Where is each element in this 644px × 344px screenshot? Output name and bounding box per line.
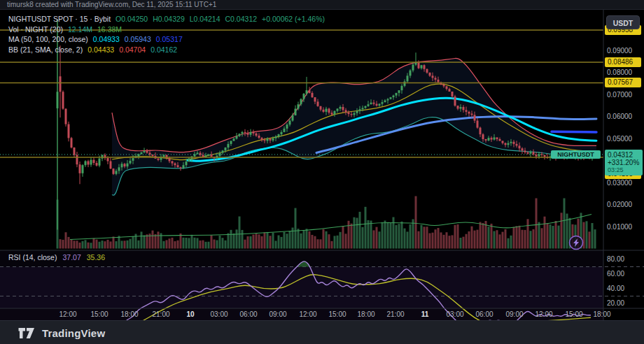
volume-bar [432, 233, 434, 249]
candle-body [222, 150, 224, 152]
volume-bar [258, 234, 260, 248]
volume-bar [152, 231, 154, 249]
volume-bar [177, 241, 179, 249]
volume-bar [558, 226, 560, 249]
ma-legend-row[interactable]: MA (50, 100, 200, close) 0.04933 0.05943… [8, 35, 183, 44]
volume-bar [253, 235, 255, 249]
boost-button[interactable] [570, 236, 583, 250]
volume-bar [59, 239, 62, 248]
candle-body [505, 143, 507, 145]
candle-body [275, 136, 277, 138]
volume-bar [272, 233, 274, 249]
ohlc-low: L0.04214 [190, 15, 220, 24]
volume-bar [295, 208, 297, 249]
volume-bar [284, 232, 286, 249]
candle-body [303, 94, 305, 99]
candle-body [121, 164, 123, 167]
bb-legend-row[interactable]: BB (21, SMA, close, 2) 0.04433 0.04704 0… [8, 45, 177, 55]
last-price-badge: 0.04312 +331.20% 03:25 [605, 150, 643, 175]
candle-body [507, 143, 510, 145]
volume-bar [172, 238, 174, 249]
volume-bar [387, 222, 389, 249]
candle-body [169, 158, 171, 161]
candle-body [115, 171, 118, 173]
candle-body [230, 141, 232, 144]
volume-bar [496, 230, 498, 248]
volume-bar [68, 237, 70, 249]
volume-bar [342, 226, 344, 248]
candle-body [479, 128, 482, 135]
candle-body [485, 139, 487, 141]
volume-bar [426, 227, 428, 248]
volume-bar [530, 231, 532, 248]
candle-body [513, 142, 515, 144]
candle-body [107, 158, 109, 161]
rsi-legend-row[interactable]: RSI (14, close) 37.07 35.36 [8, 253, 105, 261]
bb-title: BB (21, SMA, close, 2) [8, 45, 83, 55]
volume-bar [519, 226, 521, 249]
ma50-value: 0.04933 [93, 35, 120, 44]
volume-bar [583, 222, 585, 249]
volume-bar [552, 226, 554, 249]
volume-ma-value: 16.38M [97, 25, 122, 34]
ma200-line [552, 131, 596, 132]
candle-body [326, 109, 328, 112]
candle-body [460, 107, 462, 109]
symbol-legend-row[interactable]: NIGHTUSDT SPOT · 15 · Bybit O0.04250 H0.… [8, 15, 325, 24]
candle-body [493, 138, 496, 140]
candle-body [225, 148, 227, 150]
candle-body [387, 99, 389, 101]
tradingview-logo-icon[interactable] [18, 327, 35, 339]
candle-body [477, 121, 479, 128]
candle-body [468, 112, 470, 114]
candle-body [239, 134, 241, 136]
candle-body [443, 85, 445, 87]
candle-body [320, 106, 322, 110]
candle-body [379, 104, 381, 106]
candle-body [331, 113, 333, 115]
candle-body [348, 113, 350, 115]
volume-bar [561, 213, 563, 248]
candle-body [407, 76, 409, 81]
candle-body [474, 115, 476, 120]
ma200-value: 0.05317 [156, 35, 183, 44]
volume-bar [334, 236, 336, 248]
candle-body [272, 138, 274, 141]
volume-bar [328, 234, 330, 248]
candle-body [267, 138, 269, 141]
volume-bar [505, 229, 507, 249]
volume-bar [267, 232, 269, 249]
last-price-value: 0.04312 [608, 151, 643, 159]
volume-bar [465, 234, 468, 249]
candle-body [250, 132, 252, 135]
volume-legend-row[interactable]: Vol · NIGHT (20) 12.14M 16.38M [8, 25, 122, 34]
volume-bar [463, 237, 465, 249]
volume-bar [104, 241, 106, 248]
candle-body [292, 115, 294, 121]
volume-bar [239, 217, 241, 249]
candle-body [298, 104, 300, 108]
candle-body [102, 155, 104, 159]
volume-bar [211, 235, 213, 248]
candle-body [132, 158, 134, 161]
volume-bar [278, 236, 280, 249]
candle-body [177, 165, 179, 167]
candle-body [236, 136, 238, 139]
tradingview-wordmark[interactable]: TradingView [42, 327, 105, 339]
candle-body [146, 151, 148, 153]
volume-bar [110, 241, 112, 248]
candle-body [356, 111, 358, 113]
currency-toggle-button[interactable]: USDT [606, 15, 640, 29]
volume-bar [214, 240, 216, 249]
volume-bar [415, 196, 417, 249]
volume-bar [351, 224, 353, 249]
volume-bar [289, 231, 291, 248]
candle-body [342, 107, 344, 110]
volume-bar [373, 230, 375, 248]
volume-bar [281, 237, 283, 249]
volume-bar [183, 238, 185, 249]
volume-bar [541, 228, 543, 248]
candle-body [312, 93, 314, 97]
candle-body [488, 138, 490, 141]
candle-body [68, 124, 70, 138]
